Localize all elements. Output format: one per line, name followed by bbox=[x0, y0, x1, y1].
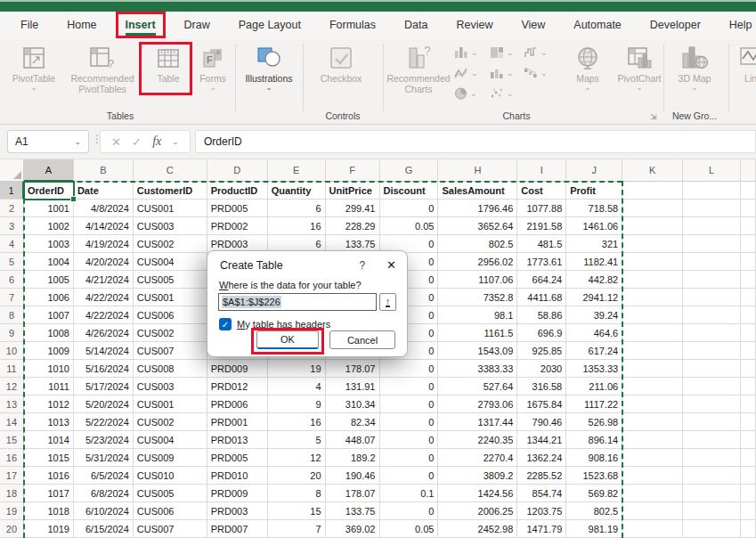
row-header-13[interactable]: 13 bbox=[0, 395, 24, 413]
cell-J14[interactable]: 526.98 bbox=[566, 413, 622, 431]
cell-D19[interactable]: PRD003 bbox=[207, 502, 268, 520]
row-header-3[interactable]: 3 bbox=[0, 217, 24, 235]
row-header-8[interactable]: 8 bbox=[0, 306, 24, 324]
pivotchart-button[interactable]: PivotChart ⌄ bbox=[611, 43, 668, 109]
cell-K17[interactable] bbox=[622, 467, 683, 485]
cell-G12[interactable]: 0 bbox=[380, 378, 439, 395]
tab-file[interactable]: File bbox=[12, 13, 46, 37]
cell-J6[interactable]: 442.82 bbox=[566, 271, 622, 289]
cell-J7[interactable]: 2941.12 bbox=[566, 289, 622, 306]
cell-A19[interactable]: 1018 bbox=[24, 502, 74, 520]
tab-data[interactable]: Data bbox=[396, 13, 435, 37]
cell-C18[interactable]: CUS005 bbox=[134, 485, 207, 502]
cell-F16[interactable]: 189.2 bbox=[326, 449, 380, 467]
cell-B2[interactable]: 4/8/2024 bbox=[74, 200, 134, 217]
row-header-16[interactable]: 16 bbox=[0, 449, 24, 467]
cell-H9[interactable]: 1161.5 bbox=[438, 324, 517, 342]
cell-L20[interactable] bbox=[683, 520, 741, 538]
cell-A9[interactable]: 1008 bbox=[24, 324, 74, 342]
headers-checkbox[interactable]: ✓ bbox=[219, 318, 232, 330]
cell-I5[interactable]: 1773.61 bbox=[517, 253, 566, 271]
cell-G1[interactable]: Discount bbox=[380, 182, 439, 200]
cell-A5[interactable]: 1004 bbox=[24, 253, 74, 271]
table-button[interactable]: Table bbox=[144, 43, 192, 109]
column-chart-button[interactable]: ⌄ bbox=[454, 45, 478, 61]
row-header-14[interactable]: 14 bbox=[0, 413, 24, 431]
cell-C12[interactable]: CUS003 bbox=[134, 378, 207, 395]
cell-J2[interactable]: 718.58 bbox=[566, 200, 622, 217]
cell-C2[interactable]: CUS001 bbox=[134, 200, 207, 217]
row-header-11[interactable]: 11 bbox=[0, 360, 24, 378]
tab-view[interactable]: View bbox=[513, 13, 553, 37]
cell-x12[interactable] bbox=[741, 378, 756, 395]
cell-E13[interactable]: 9 bbox=[268, 395, 326, 413]
cell-K7[interactable] bbox=[622, 289, 683, 306]
table-range-input[interactable]: $A$1:$J$226 bbox=[218, 293, 377, 311]
row-header-2[interactable]: 2 bbox=[0, 200, 24, 217]
cell-B14[interactable]: 5/22/2024 bbox=[74, 413, 134, 431]
tab-draw[interactable]: Draw bbox=[176, 13, 218, 37]
row-header-5[interactable]: 5 bbox=[0, 253, 24, 271]
funnel-chart-button[interactable]: ⌄ bbox=[524, 45, 548, 61]
cell-E11[interactable]: 19 bbox=[268, 360, 326, 378]
cell-I18[interactable]: 854.74 bbox=[517, 485, 566, 502]
cell-L16[interactable] bbox=[683, 449, 741, 467]
cell-D16[interactable]: PRD005 bbox=[207, 449, 268, 467]
row-header-6[interactable]: 6 bbox=[0, 271, 24, 289]
cell-x18[interactable] bbox=[741, 485, 756, 502]
cell-C16[interactable]: CUS009 bbox=[134, 449, 207, 467]
name-box[interactable]: A1 ⌄ bbox=[7, 130, 89, 153]
recommended-charts-button[interactable]: ? Recommended Charts bbox=[388, 43, 449, 109]
cell-B11[interactable]: 5/16/2024 bbox=[74, 360, 134, 378]
cell-H5[interactable]: 2956.02 bbox=[438, 253, 517, 271]
cell-L11[interactable] bbox=[683, 360, 741, 378]
cell-B8[interactable]: 4/22/2024 bbox=[74, 306, 134, 324]
row-header-15[interactable]: 15 bbox=[0, 431, 24, 449]
cell-L8[interactable] bbox=[683, 306, 741, 324]
cell-H20[interactable]: 2452.98 bbox=[438, 520, 517, 538]
cell-H7[interactable]: 7352.8 bbox=[438, 289, 517, 306]
three-d-map-button[interactable]: 3D Map ⌄ bbox=[670, 43, 719, 109]
cell-C6[interactable]: CUS005 bbox=[134, 271, 207, 289]
cell-J19[interactable]: 802.5 bbox=[566, 502, 622, 520]
cell-K1[interactable] bbox=[622, 182, 683, 200]
column-header-K[interactable]: K bbox=[622, 159, 683, 182]
cell-A10[interactable]: 1009 bbox=[24, 342, 74, 360]
cell-I17[interactable]: 2285.52 bbox=[517, 467, 566, 485]
cell-B19[interactable]: 6/10/2024 bbox=[74, 502, 134, 520]
chevron-down-icon[interactable]: ⌄ bbox=[172, 137, 179, 146]
cell-L17[interactable] bbox=[683, 467, 741, 485]
cell-L2[interactable] bbox=[683, 200, 741, 217]
cell-A18[interactable]: 1017 bbox=[24, 485, 74, 502]
row-header-18[interactable]: 18 bbox=[0, 485, 24, 502]
column-header-I[interactable]: I bbox=[517, 159, 566, 182]
cell-A7[interactable]: 1006 bbox=[24, 289, 74, 306]
cell-K20[interactable] bbox=[622, 520, 683, 538]
recommended-pivottables-button[interactable]: ? Recommended PivotTables bbox=[62, 43, 142, 109]
cell-x2[interactable] bbox=[741, 200, 756, 217]
cell-C17[interactable]: CUS010 bbox=[134, 467, 207, 485]
cell-A3[interactable]: 1002 bbox=[24, 217, 74, 235]
checkbox-button[interactable]: Checkbox bbox=[308, 43, 374, 109]
cancel-button[interactable]: Cancel bbox=[329, 330, 395, 349]
cell-K2[interactable] bbox=[622, 200, 683, 217]
cell-E16[interactable]: 12 bbox=[268, 449, 326, 467]
cell-D18[interactable]: PRD009 bbox=[207, 485, 268, 502]
line-sparkline-button[interactable]: Line bbox=[734, 43, 756, 109]
cell-D12[interactable]: PRD012 bbox=[207, 378, 268, 395]
cell-x10[interactable] bbox=[741, 342, 756, 360]
select-all-corner[interactable] bbox=[0, 159, 24, 182]
row-header-9[interactable]: 9 bbox=[0, 324, 24, 342]
cell-J4[interactable]: 321 bbox=[566, 235, 622, 253]
cell-H16[interactable]: 2270.4 bbox=[438, 449, 517, 467]
cell-B3[interactable]: 4/14/2024 bbox=[74, 217, 134, 235]
cell-C4[interactable]: CUS002 bbox=[134, 235, 207, 253]
cell-L3[interactable] bbox=[683, 217, 741, 235]
cell-A6[interactable]: 1005 bbox=[24, 271, 74, 289]
cell-I11[interactable]: 2030 bbox=[517, 360, 566, 378]
cell-I12[interactable]: 316.58 bbox=[517, 378, 566, 395]
pivottable-button[interactable]: PivotTable ⌄ bbox=[9, 43, 59, 109]
close-icon[interactable]: ✕ bbox=[386, 258, 396, 272]
cell-F20[interactable]: 369.02 bbox=[326, 520, 380, 538]
cell-x7[interactable] bbox=[741, 289, 756, 306]
